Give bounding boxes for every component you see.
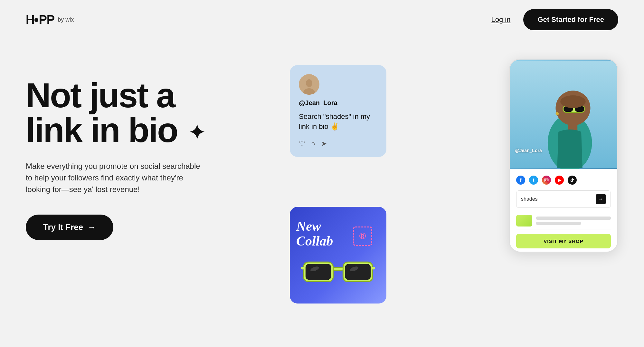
phone-content: f t ▶ shades →	[510, 169, 617, 252]
svg-point-19	[555, 112, 559, 115]
logo: HPP by wix	[26, 14, 74, 26]
svg-rect-6	[345, 264, 371, 280]
facebook-icon: f	[516, 176, 525, 185]
social-card: @Jean_Lora Search "shades" in my link in…	[290, 65, 386, 157]
product-card: New Collab ®	[290, 207, 386, 304]
try-free-button[interactable]: Try It Free →	[26, 215, 113, 240]
phone-result-line-2	[536, 222, 581, 225]
visit-shop-button[interactable]: VISIT MY SHOP	[516, 234, 611, 248]
social-card-username: @Jean_Lora	[299, 99, 377, 107]
svg-rect-9	[371, 267, 375, 270]
svg-point-23	[547, 179, 548, 179]
arrow-right-icon: →	[88, 222, 96, 232]
share-icon[interactable]: ➤	[321, 140, 327, 148]
svg-point-20	[560, 95, 586, 108]
svg-rect-7	[333, 267, 343, 270]
phone-social-icons: f t ▶	[516, 176, 611, 185]
phone-mockup: @Jean_Lora f t ▶	[509, 59, 618, 253]
hero-title: Not just a link in bio ✦	[26, 78, 251, 148]
heart-icon[interactable]: ♡	[299, 140, 305, 148]
social-card-text: Search "shades" in my link in bio ✌	[299, 112, 377, 132]
phone-search-text: shades	[521, 196, 538, 202]
phone-result-line-1	[536, 217, 611, 220]
svg-rect-4	[306, 264, 331, 280]
phone-search-arrow-icon[interactable]: →	[596, 194, 606, 204]
svg-point-22	[545, 179, 547, 181]
get-started-button[interactable]: Get Started for Free	[523, 9, 618, 30]
avatar-illustration	[299, 74, 319, 95]
page-wrapper: HPP by wix Log in Get Started for Free N…	[0, 0, 644, 347]
phone-result-lines	[536, 217, 611, 225]
collab-badge: ®	[353, 227, 372, 246]
hero-right: @Jean_Lora Search "shades" in my link in…	[270, 59, 618, 323]
instagram-icon	[542, 176, 551, 185]
logo-dot	[34, 18, 38, 22]
sparkle-icon: ✦	[189, 123, 204, 142]
phone-overlay-username: @Jean_Lora	[515, 148, 542, 153]
header: HPP by wix Log in Get Started for Free	[0, 0, 644, 39]
phone-result-item	[516, 212, 611, 229]
header-nav: Log in Get Started for Free	[491, 9, 618, 30]
twitter-icon: t	[529, 176, 538, 185]
comment-icon[interactable]: ○	[311, 140, 315, 148]
youtube-icon: ▶	[555, 176, 564, 185]
phone-result-thumbnail	[516, 215, 532, 227]
hero-subtitle: Make everything you promote on social se…	[26, 160, 206, 195]
svg-rect-21	[545, 178, 548, 182]
logo-text: HPP	[26, 14, 54, 26]
login-link[interactable]: Log in	[491, 15, 510, 24]
phone-hero-image: @Jean_Lora	[510, 60, 617, 169]
hero-left: Not just a link in bio ✦ Make everything…	[26, 59, 251, 240]
main-content: Not just a link in bio ✦ Make everything…	[0, 39, 644, 323]
hero-title-line2: link in bio	[26, 111, 177, 149]
sunglasses-illustration	[301, 250, 375, 292]
avatar	[299, 74, 319, 95]
hero-title-line1: Not just a	[26, 76, 175, 115]
registered-icon: ®	[359, 231, 366, 241]
svg-point-1	[306, 79, 312, 87]
svg-rect-8	[301, 267, 305, 270]
social-card-actions: ♡ ○ ➤	[299, 140, 377, 148]
logo-by-wix: by wix	[58, 16, 74, 23]
tiktok-icon	[568, 176, 577, 185]
try-free-label: Try It Free	[43, 222, 83, 232]
phone-search-bar[interactable]: shades →	[516, 190, 611, 208]
